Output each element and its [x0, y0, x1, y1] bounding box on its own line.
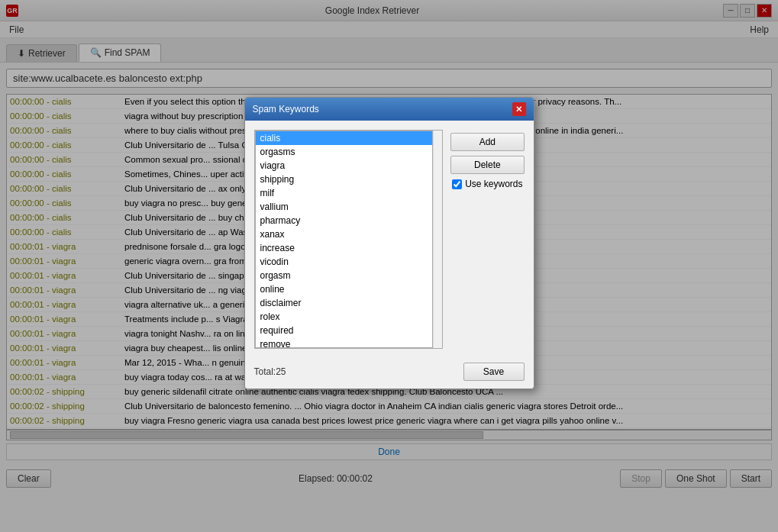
use-keywords-row: Use keywords [450, 179, 524, 189]
modal-header: Spam Keywords ✕ [245, 98, 534, 121]
keyword-item[interactable]: disclaimer [256, 296, 433, 310]
keyword-scrollbar[interactable] [433, 131, 442, 348]
add-keyword-button[interactable]: Add [450, 133, 524, 151]
modal-close-button[interactable]: ✕ [512, 102, 526, 116]
spam-keywords-modal: Spam Keywords ✕ cialisorgasmsviagrashipp… [244, 97, 534, 389]
keyword-item[interactable]: online [256, 282, 433, 296]
use-keywords-checkbox[interactable] [452, 179, 462, 189]
modal-footer: Total:25 Save [245, 358, 534, 389]
use-keywords-label: Use keywords [465, 179, 522, 189]
keyword-list-container: cialisorgasmsviagrashippingmilfvalliumph… [254, 130, 444, 349]
keyword-item[interactable]: milf [256, 186, 433, 200]
total-count: Total:25 [254, 366, 286, 377]
keyword-item[interactable]: xanax [256, 227, 433, 241]
modal-buttons: Add Delete Use keywords [450, 130, 524, 349]
keyword-item[interactable]: orgasms [256, 145, 433, 159]
keyword-item[interactable]: vallium [256, 200, 433, 214]
keyword-item[interactable]: pharmacy [256, 214, 433, 227]
keyword-item[interactable]: orgasm [256, 269, 433, 282]
keyword-item[interactable]: viagra [256, 159, 433, 172]
keyword-item[interactable]: shipping [256, 172, 433, 186]
modal-body: cialisorgasmsviagrashippingmilfvalliumph… [245, 121, 534, 358]
keyword-list[interactable]: cialisorgasmsviagrashippingmilfvalliumph… [255, 131, 434, 348]
modal-title: Spam Keywords [253, 104, 319, 114]
keyword-item[interactable]: required [256, 324, 433, 337]
keyword-item[interactable]: cialis [256, 131, 433, 145]
keyword-item[interactable]: increase [256, 241, 433, 255]
modal-overlay: Spam Keywords ✕ cialisorgasmsviagrashipp… [0, 0, 778, 532]
delete-keyword-button[interactable]: Delete [450, 156, 524, 174]
save-button[interactable]: Save [463, 363, 525, 381]
keyword-item[interactable]: vicodin [256, 255, 433, 269]
keyword-item[interactable]: rolex [256, 310, 433, 324]
keyword-item[interactable]: remove [256, 337, 433, 348]
